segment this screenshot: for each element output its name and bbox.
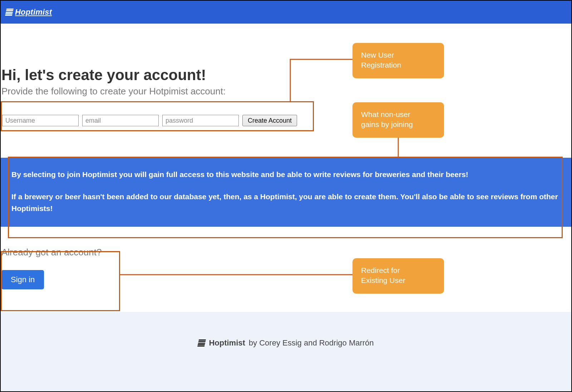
brand-link[interactable]: Hoptimist <box>6 8 52 17</box>
brand-lines-icon <box>5 9 14 16</box>
annotation-text: Registration <box>361 60 435 70</box>
annotation-callout-benefits: What non-user gains by joining <box>352 102 444 138</box>
footer-byline: by Corey Essig and Rodrigo Marrón <box>249 338 374 348</box>
annotation-text: gains by joining <box>361 119 435 129</box>
annotation-text: What non-user <box>361 109 435 119</box>
annotation-callout-signin: Redirect for Existing User <box>352 258 444 294</box>
annotation-callout-registration: New User Registration <box>352 43 444 78</box>
annotation-text: Existing User <box>361 275 435 285</box>
page-title: Hi, let's create your account! <box>1 67 571 84</box>
benefits-panel: By selecting to join Hoptimist you will … <box>1 158 571 227</box>
app-header: Hoptimist <box>1 1 571 24</box>
footer: Hoptimist by Corey Essig and Rodrigo Mar… <box>1 312 571 391</box>
annotation-text: New User <box>361 50 435 60</box>
benefits-line-2: If a brewery or beer hasn't been added t… <box>11 191 561 215</box>
create-account-button[interactable]: Create Account <box>242 115 297 126</box>
email-input[interactable] <box>82 115 159 126</box>
footer-brand: Hoptimist <box>209 338 245 348</box>
registration-form: Create Account <box>1 115 571 126</box>
existing-user-section: Already got an account? Sign in <box>1 247 571 289</box>
footer-content: Hoptimist by Corey Essig and Rodrigo Mar… <box>198 338 374 348</box>
main-content: Hi, let's create your account! Provide t… <box>1 67 571 289</box>
brand-text: Hoptimist <box>15 8 52 17</box>
existing-user-label: Already got an account? <box>1 247 571 258</box>
page-root: Hoptimist Hi, let's create your account!… <box>1 1 571 391</box>
annotation-text: Redirect for <box>361 265 435 275</box>
signin-button[interactable]: Sign in <box>1 270 44 289</box>
benefits-line-1: By selecting to join Hoptimist you will … <box>11 168 561 181</box>
page-subtitle: Provide the following to create your Hot… <box>1 86 571 97</box>
footer-lines-icon <box>197 339 206 347</box>
password-input[interactable] <box>162 115 239 126</box>
username-input[interactable] <box>2 115 79 126</box>
